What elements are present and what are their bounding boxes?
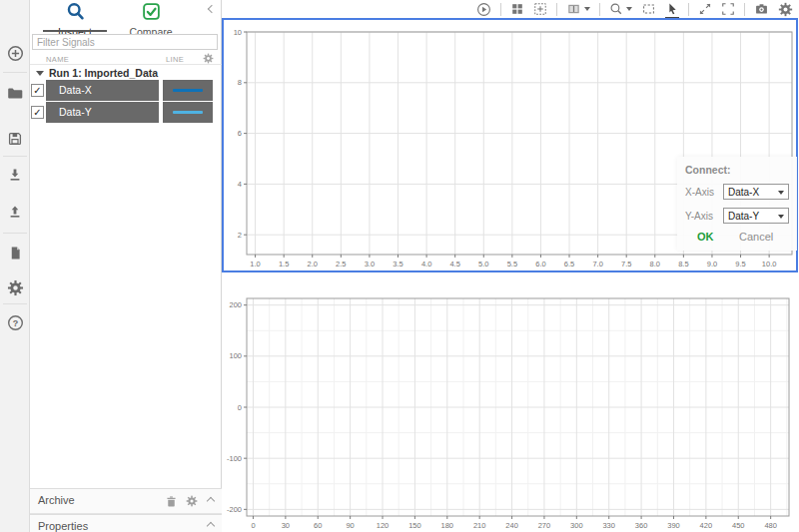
visualization-toolbar — [222, 0, 799, 18]
svg-text:8.5: 8.5 — [678, 260, 688, 268]
signal-checkbox[interactable]: ✓ — [31, 106, 44, 119]
svg-text:90: 90 — [346, 521, 354, 530]
collapse-properties-chevron-icon[interactable] — [207, 522, 215, 530]
region-select-button[interactable] — [721, 2, 735, 16]
cancel-button[interactable]: Cancel — [739, 231, 773, 243]
filter-signals-input[interactable] — [32, 34, 218, 50]
collapse-panel-chevron-icon[interactable] — [208, 5, 216, 13]
left-toolbar — [0, 0, 30, 532]
column-settings-gear-icon[interactable] — [203, 53, 214, 64]
subplot-2[interactable]: 0306090120150180210240270300330360390420… — [222, 297, 799, 532]
svg-text:8.0: 8.0 — [650, 260, 660, 268]
svg-text:480: 480 — [764, 521, 777, 530]
run-group-row[interactable]: Run 1: Imported_Data — [30, 66, 222, 80]
preferences-button[interactable] — [0, 274, 30, 300]
x-axis-field-label: X-Axis — [685, 187, 714, 198]
zoom-button[interactable] — [609, 2, 632, 16]
export-button[interactable] — [0, 199, 30, 225]
x-axis-select[interactable]: Data-X — [723, 184, 789, 200]
properties-label: Properties — [38, 520, 88, 532]
save-button[interactable] — [0, 126, 30, 152]
svg-text:100: 100 — [229, 351, 242, 360]
svg-text:60: 60 — [314, 521, 322, 530]
download-icon — [7, 167, 23, 183]
pointer-tool-button[interactable] — [665, 2, 679, 16]
signal-line-cell — [163, 102, 213, 123]
folder-icon — [7, 85, 23, 101]
dropdown-caret-icon[interactable] — [626, 7, 632, 11]
svg-text:4: 4 — [238, 180, 242, 189]
svg-text:7.5: 7.5 — [621, 260, 631, 268]
y-axis-select[interactable]: Data-Y — [723, 208, 789, 224]
svg-text:150: 150 — [408, 521, 421, 530]
expander-triangle-icon[interactable] — [36, 71, 44, 76]
gear-icon — [7, 279, 24, 296]
fit-to-view-button[interactable] — [641, 2, 656, 16]
dashed-grid-plus-icon — [533, 2, 547, 16]
svg-text:7.0: 7.0 — [592, 260, 602, 268]
simulation-data-inspector-window: Inspect Compare NAME LINE Run 1: Importe… — [0, 0, 799, 532]
signal-name: Data-Y — [59, 106, 92, 118]
signal-checkbox[interactable]: ✓ — [31, 84, 44, 97]
divider — [599, 3, 600, 16]
play-circle-icon — [476, 2, 491, 17]
open-button[interactable] — [0, 80, 30, 106]
svg-text:1.0: 1.0 — [250, 260, 260, 268]
signal-name-cell: Data-Y — [46, 102, 159, 123]
properties-section-bar[interactable]: Properties — [30, 514, 222, 532]
signal-row-data-y[interactable]: ✓ Data-Y — [30, 102, 222, 123]
plot-settings-button[interactable] — [778, 2, 793, 17]
upload-icon — [7, 204, 23, 220]
expand-button[interactable] — [698, 2, 712, 16]
svg-text:2.5: 2.5 — [336, 260, 346, 268]
svg-text:6.0: 6.0 — [535, 260, 545, 268]
trash-icon[interactable] — [165, 495, 178, 508]
grid-layout-icon — [510, 2, 524, 16]
svg-text:420: 420 — [700, 521, 713, 530]
ok-button[interactable]: OK — [697, 231, 714, 243]
data-cursors-button[interactable] — [566, 2, 590, 16]
signal-row-data-x[interactable]: ✓ Data-X — [30, 80, 222, 101]
subplot-2-canvas[interactable]: 0306090120150180210240270300330360390420… — [222, 297, 799, 532]
save-icon — [7, 131, 23, 147]
divider — [3, 303, 27, 304]
archive-section-bar[interactable]: Archive — [30, 488, 222, 514]
column-header-line: LINE — [166, 55, 184, 64]
magnifier-icon — [609, 2, 623, 16]
plus-circle-icon — [7, 45, 24, 62]
svg-text:2: 2 — [238, 231, 242, 240]
signal-name: Data-X — [59, 84, 92, 96]
chevron-down-icon — [778, 215, 784, 219]
svg-text:5.5: 5.5 — [507, 260, 517, 268]
play-button[interactable] — [476, 2, 491, 17]
svg-text:3.0: 3.0 — [365, 260, 375, 268]
svg-text:120: 120 — [377, 521, 390, 530]
svg-text:210: 210 — [473, 521, 486, 530]
chevron-down-icon — [778, 191, 784, 195]
signal-name-cell: Data-X — [46, 80, 159, 101]
column-header-name: NAME — [46, 55, 69, 64]
active-tab-underline — [43, 30, 107, 32]
edit-layout-button[interactable] — [533, 2, 547, 16]
line-style-swatch[interactable] — [173, 111, 203, 114]
import-button[interactable] — [0, 162, 30, 188]
add-button[interactable] — [0, 40, 30, 66]
corner-brackets-icon — [721, 2, 735, 16]
svg-text:9.5: 9.5 — [735, 260, 745, 268]
help-button[interactable] — [0, 309, 30, 335]
collapse-archive-chevron-icon[interactable] — [207, 497, 215, 505]
svg-text:180: 180 — [441, 521, 454, 530]
x-axis-selected-value: Data-X — [728, 187, 759, 198]
svg-text:450: 450 — [732, 521, 745, 530]
divider — [3, 233, 27, 234]
archive-gear-icon[interactable] — [186, 495, 198, 507]
line-style-swatch[interactable] — [173, 89, 203, 92]
dropdown-caret-icon[interactable] — [584, 7, 590, 11]
subplot-layout-button[interactable] — [510, 2, 524, 16]
svg-text:-100: -100 — [227, 454, 242, 463]
svg-text:360: 360 — [635, 521, 648, 530]
svg-text:0: 0 — [251, 521, 255, 530]
create-report-button[interactable] — [0, 240, 30, 266]
y-axis-field-label: Y-Axis — [685, 211, 713, 222]
snapshot-button[interactable] — [754, 2, 769, 16]
